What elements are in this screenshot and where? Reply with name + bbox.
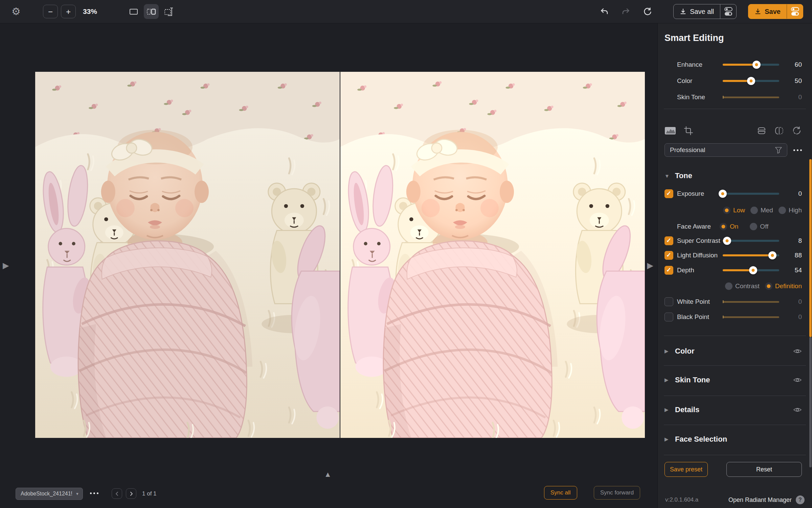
level-high-radio[interactable] xyxy=(779,207,786,214)
filename-dropdown[interactable]: AdobeStock_24124150 ▼ xyxy=(16,488,83,500)
color-visibility-toggle[interactable] xyxy=(793,348,802,354)
panel-scrollbar-thumb[interactable] xyxy=(809,159,812,337)
panel-scrollbar-track[interactable] xyxy=(809,337,812,467)
level-med-label[interactable]: Med xyxy=(761,207,773,214)
file-more-options-icon[interactable] xyxy=(90,492,98,494)
enhance-label: Enhance xyxy=(677,61,723,68)
download-icon xyxy=(680,8,686,15)
download-icon xyxy=(754,8,761,15)
tools-row xyxy=(658,123,812,138)
export-settings-toggles-icon xyxy=(724,6,733,17)
contrast-radio[interactable] xyxy=(725,282,732,290)
single-view-icon xyxy=(129,6,139,17)
reset-button[interactable]: Reset xyxy=(726,462,802,477)
light-diffusion-slider[interactable] xyxy=(723,254,779,256)
zoom-out-button[interactable]: − xyxy=(43,5,58,18)
expand-left-panel-arrow[interactable]: ▶ xyxy=(1,261,11,270)
super-contrast-row: Super Contrast 8 xyxy=(658,233,812,248)
light-diffusion-checkbox[interactable] xyxy=(664,251,673,260)
filmstrip-toggle-arrow[interactable]: ▲ xyxy=(322,470,334,479)
skin-tone-section-header[interactable]: ▶ Skin Tone xyxy=(658,373,812,387)
zoom-in-button[interactable]: + xyxy=(61,5,76,18)
depth-mode-row: Contrast Definition xyxy=(658,279,812,294)
face-aware-off-label[interactable]: Off xyxy=(760,223,768,230)
depth-label: Depth xyxy=(677,267,723,274)
crop-button[interactable] xyxy=(683,126,694,136)
flip-vertical-button[interactable] xyxy=(757,126,767,136)
save-options-button[interactable] xyxy=(787,4,803,19)
depth-value: 54 xyxy=(779,267,802,274)
skin-tone-visibility-toggle[interactable] xyxy=(793,377,802,383)
slider-knob[interactable] xyxy=(747,77,755,85)
help-icon[interactable]: ? xyxy=(796,495,805,504)
contrast-label[interactable]: Contrast xyxy=(735,282,760,290)
face-aware-on-radio[interactable] xyxy=(720,223,727,230)
sync-forward-button[interactable]: Sync forward xyxy=(594,486,640,500)
exposure-slider[interactable] xyxy=(723,193,779,195)
preset-row: Professional xyxy=(658,143,812,157)
exposure-checkbox[interactable] xyxy=(664,189,673,198)
face-aware-off-radio[interactable] xyxy=(750,223,757,230)
black-point-slider[interactable] xyxy=(723,316,779,318)
save-all-button[interactable]: Save all xyxy=(674,4,720,19)
single-view-button[interactable] xyxy=(126,4,141,19)
refresh-button[interactable] xyxy=(641,5,654,18)
next-image-button[interactable] xyxy=(126,488,136,499)
depth-slider[interactable] xyxy=(723,269,779,271)
split-view-icon xyxy=(146,6,156,17)
redo-icon xyxy=(621,7,631,16)
split-view-button[interactable] xyxy=(144,4,159,19)
color-section-header[interactable]: ▶ Color xyxy=(658,344,812,359)
histogram-button[interactable] xyxy=(664,126,676,135)
super-contrast-value: 8 xyxy=(779,237,802,245)
details-section-header[interactable]: ▶ Details xyxy=(658,402,812,417)
slider-knob[interactable] xyxy=(749,266,757,274)
super-contrast-slider[interactable] xyxy=(723,240,779,242)
preset-dropdown[interactable]: Professional xyxy=(664,143,787,157)
definition-label[interactable]: Definition xyxy=(775,282,802,290)
toolbar-actions: Save all Save xyxy=(597,4,812,19)
enhance-slider[interactable] xyxy=(723,64,779,66)
tone-title: Tone xyxy=(675,171,692,180)
depth-checkbox[interactable] xyxy=(664,266,673,275)
tone-section-header[interactable]: ▼ Tone xyxy=(658,168,812,183)
level-low-radio[interactable] xyxy=(723,207,730,214)
slider-knob[interactable] xyxy=(723,237,731,245)
previous-image-button[interactable] xyxy=(112,488,122,499)
rotate-button[interactable] xyxy=(792,126,802,136)
save-preset-button[interactable]: Save preset xyxy=(664,462,708,477)
before-after-view-button[interactable] xyxy=(161,4,176,19)
face-selection-section-header[interactable]: ▶ Face Selection xyxy=(658,432,812,447)
open-radiant-manager-link[interactable]: Open Radiant Manager xyxy=(728,496,792,504)
preset-more-options-icon[interactable] xyxy=(793,149,802,151)
settings-gear-icon[interactable]: ⚙ xyxy=(12,6,21,17)
chevron-left-icon xyxy=(114,491,120,496)
face-aware-on-label[interactable]: On xyxy=(730,223,738,230)
super-contrast-checkbox[interactable] xyxy=(664,236,673,245)
panel-footer: v:2.0.1.604.a Open Radiant Manager ? xyxy=(658,492,812,507)
definition-radio[interactable] xyxy=(765,282,772,290)
light-diffusion-label: Light Diffusion xyxy=(677,252,723,259)
slider-knob[interactable] xyxy=(752,61,761,69)
save-all-options-button[interactable] xyxy=(720,4,736,19)
flip-horizontal-button[interactable] xyxy=(774,126,784,136)
level-low-label[interactable]: Low xyxy=(733,207,745,214)
exposure-row: Exposure 0 xyxy=(658,186,812,201)
slider-knob[interactable] xyxy=(719,190,727,198)
exposure-level-row: Low Med High xyxy=(658,203,812,218)
sync-all-button[interactable]: Sync all xyxy=(544,486,577,500)
white-point-slider[interactable] xyxy=(723,301,779,303)
black-point-checkbox[interactable] xyxy=(664,313,673,321)
save-button[interactable]: Save xyxy=(748,4,787,19)
collapse-right-panel-arrow[interactable]: ▶ xyxy=(645,261,655,270)
details-visibility-toggle[interactable] xyxy=(793,407,802,413)
level-med-radio[interactable] xyxy=(750,207,758,214)
collapse-arrow-icon: ▶ xyxy=(664,436,671,442)
color-slider[interactable] xyxy=(723,80,779,82)
skin-tone-slider[interactable] xyxy=(723,97,779,98)
white-point-checkbox[interactable] xyxy=(664,297,673,306)
redo-button[interactable] xyxy=(619,5,633,18)
undo-button[interactable] xyxy=(597,5,611,18)
slider-knob[interactable] xyxy=(768,251,776,259)
level-high-label[interactable]: High xyxy=(789,207,802,214)
